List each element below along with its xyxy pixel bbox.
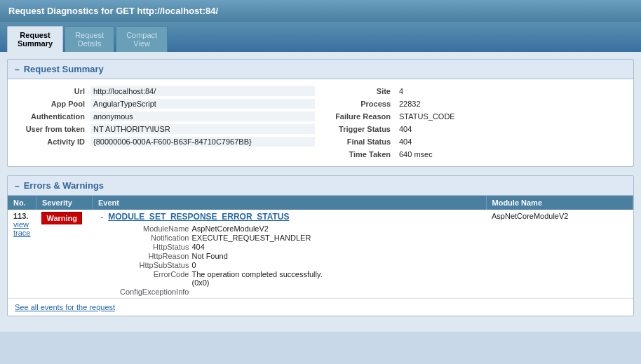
errors-warnings-card: – Errors & Warnings No. Severity Event M… xyxy=(7,175,634,316)
event-name-link[interactable]: MODULE_SET_RESPONSE_ERROR_STATUS xyxy=(108,212,289,222)
col-severity: Severity xyxy=(36,196,92,210)
col-module: Module Name xyxy=(486,196,633,210)
summary-row-url: Url http://localhost:84/ xyxy=(8,85,320,97)
module-name-cell: AspNetCoreModuleV2 xyxy=(486,210,633,299)
tab-compact-view[interactable]: CompactView xyxy=(116,26,168,52)
summary-row-trigger-status: Trigger Status 404 xyxy=(320,123,633,135)
errors-warnings-title: Errors & Warnings xyxy=(24,180,104,191)
col-no: No. xyxy=(8,196,36,210)
col-event: Event xyxy=(92,196,486,210)
errors-warnings-header: – Errors & Warnings xyxy=(8,176,633,196)
page-header: Request Diagnostics for GET http://local… xyxy=(0,0,641,22)
summary-row-user: User from token NT AUTHORITY\IUSR xyxy=(8,123,320,135)
tab-request-summary[interactable]: RequestSummary xyxy=(7,26,63,52)
table-row: 113. viewtrace Warning - MODULE_SET_RESP… xyxy=(8,210,633,299)
summary-row-apppool: App Pool AngularTypeScript xyxy=(8,97,320,110)
request-summary-header: – Request Summary xyxy=(8,60,633,79)
summary-row-failure-reason: Failure Reason STATUS_CODE xyxy=(320,110,633,123)
collapse-request-summary-button[interactable]: – xyxy=(15,65,20,74)
collapse-errors-warnings-button[interactable]: – xyxy=(15,181,20,191)
summary-row-auth: Authentication anonymous xyxy=(8,110,320,123)
view-trace-link[interactable]: viewtrace xyxy=(13,220,30,237)
summary-left: Url http://localhost:84/ App Pool Angula… xyxy=(8,85,320,161)
event-cell: - MODULE_SET_RESPONSE_ERROR_STATUS Modul… xyxy=(92,210,486,299)
page-title: Request Diagnostics for GET http://local… xyxy=(8,6,218,16)
main-content: – Request Summary Url http://localhost:8… xyxy=(0,52,641,332)
request-summary-card: – Request Summary Url http://localhost:8… xyxy=(7,59,634,167)
summary-right: Site 4 Process 22832 Failure Reason STAT… xyxy=(320,85,633,161)
request-summary-title: Request Summary xyxy=(24,64,104,74)
summary-row-site: Site 4 xyxy=(320,85,633,97)
row-number-cell: 113. viewtrace xyxy=(8,210,36,299)
summary-row-final-status: Final Status 404 xyxy=(320,135,633,148)
summary-row-activity: Activity ID {80000006-000A-F600-B63F-847… xyxy=(8,135,320,148)
tab-request-details[interactable]: RequestDetails xyxy=(65,26,114,52)
summary-row-time-taken: Time Taken 640 msec xyxy=(320,148,633,161)
severity-cell: Warning xyxy=(36,210,92,299)
errors-warnings-table: No. Severity Event Module Name 113. view… xyxy=(8,196,633,299)
tab-bar: RequestSummary RequestDetails CompactVie… xyxy=(0,22,641,52)
severity-badge: Warning xyxy=(41,212,82,224)
event-details: ModuleName AspNetCoreModuleV2 Notificati… xyxy=(97,224,480,296)
summary-row-process: Process 22832 xyxy=(320,97,633,110)
see-all-events-link[interactable]: See all events for the request xyxy=(8,299,633,316)
table-header-row: No. Severity Event Module Name xyxy=(8,196,633,210)
summary-body: Url http://localhost:84/ App Pool Angula… xyxy=(8,79,633,166)
